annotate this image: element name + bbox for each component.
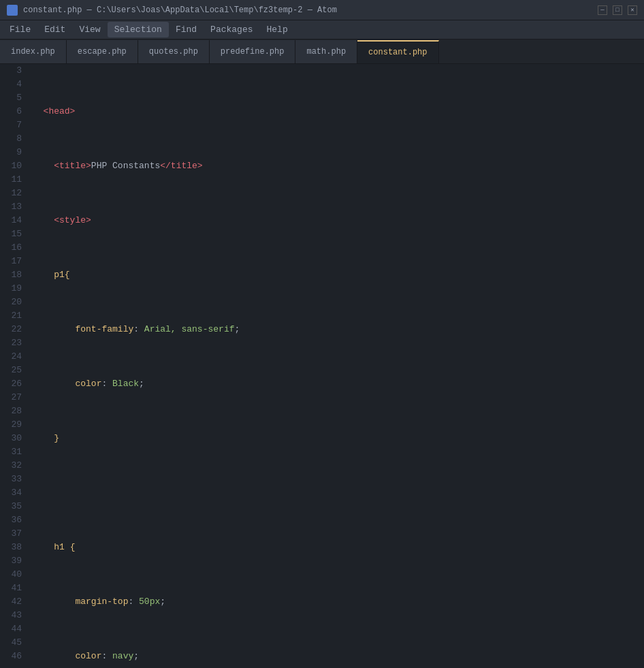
code-line-7: font-family: Arial, sans-serif; (33, 323, 644, 336)
ln-43: 43 (0, 609, 22, 622)
ln-3: 3 (0, 64, 22, 78)
ln-33: 33 (0, 473, 22, 486)
ln-5: 5 (0, 91, 22, 105)
ln-7: 7 (0, 118, 22, 132)
ln-11: 11 (0, 173, 22, 187)
ln-31: 31 (0, 445, 22, 459)
window-title: constant.php — C:\Users\Joas\AppData\Loc… (23, 5, 337, 15)
code-line-11: h1 { (33, 541, 644, 554)
ln-19: 19 (0, 282, 22, 296)
code-line-3: <head> (33, 105, 644, 118)
code-line-12: margin-top: 50px; (33, 595, 644, 609)
ln-30: 30 (0, 432, 22, 445)
ln-34: 34 (0, 486, 22, 500)
menu-packages[interactable]: Packages (204, 22, 259, 37)
maximize-button[interactable]: □ (613, 5, 622, 15)
ln-29: 29 (0, 418, 22, 432)
code-line-8: color: Black; (33, 377, 644, 391)
ln-35: 35 (0, 500, 22, 513)
ln-15: 15 (0, 227, 22, 241)
minimize-button[interactable]: — (598, 5, 607, 15)
code-line-13: color: navy; (33, 650, 644, 663)
ln-41: 41 (0, 582, 22, 595)
ln-23: 23 (0, 336, 22, 350)
menu-edit[interactable]: Edit (37, 22, 72, 37)
titlebar: constant.php — C:\Users\Joas\AppData\Loc… (0, 0, 644, 20)
app-icon (7, 5, 18, 16)
tab-quotes-php[interactable]: quotes.php (138, 40, 210, 63)
ln-21: 21 (0, 309, 22, 323)
tab-bar: index.php escape.php quotes.php predefin… (0, 39, 644, 64)
menu-find[interactable]: Find (169, 22, 204, 37)
ln-28: 28 (0, 404, 22, 418)
ln-10: 10 (0, 159, 22, 173)
line-numbers: 3 4 5 6 7 8 9 10 11 12 13 14 15 16 17 18… (0, 64, 27, 668)
ln-17: 17 (0, 255, 22, 268)
ln-36: 36 (0, 513, 22, 527)
menubar: File Edit View Selection Find Packages H… (0, 20, 644, 39)
ln-13: 13 (0, 200, 22, 214)
tab-constant-php[interactable]: constant.php (357, 40, 438, 63)
window-controls: — □ ✕ (598, 5, 637, 15)
menu-view[interactable]: View (72, 22, 107, 37)
close-button[interactable]: ✕ (628, 5, 637, 15)
tab-math-php[interactable]: math.php (295, 40, 357, 63)
ln-26: 26 (0, 377, 22, 391)
ln-37: 37 (0, 527, 22, 541)
tab-escape-php[interactable]: escape.php (67, 40, 138, 63)
ln-16: 16 (0, 241, 22, 255)
code-line-4: <title>PHP Constants</title> (33, 159, 644, 173)
tab-predefine-php[interactable]: predefine.php (210, 40, 296, 63)
code-line-10 (33, 486, 644, 500)
code-area[interactable]: <head> <title>PHP Constants</title> <sty… (27, 64, 644, 668)
menu-selection[interactable]: Selection (108, 22, 169, 37)
ln-8: 8 (0, 132, 22, 146)
ln-22: 22 (0, 323, 22, 336)
menu-help[interactable]: Help (260, 22, 295, 37)
ln-40: 40 (0, 568, 22, 582)
code-line-6: p1{ (33, 268, 644, 282)
ln-14: 14 (0, 214, 22, 227)
ln-24: 24 (0, 350, 22, 364)
ln-44: 44 (0, 622, 22, 636)
ln-27: 27 (0, 391, 22, 404)
menu-file[interactable]: File (3, 22, 37, 37)
ln-39: 39 (0, 554, 22, 568)
ln-4: 4 (0, 78, 22, 91)
ln-20: 20 (0, 296, 22, 309)
ln-18: 18 (0, 268, 22, 282)
ln-6: 6 (0, 105, 22, 118)
editor: 3 4 5 6 7 8 9 10 11 12 13 14 15 16 17 18… (0, 64, 644, 668)
ln-9: 9 (0, 146, 22, 159)
ln-45: 45 (0, 636, 22, 650)
tab-index-php[interactable]: index.php (0, 40, 67, 63)
ln-25: 25 (0, 364, 22, 377)
ln-46: 46 (0, 650, 22, 663)
ln-38: 38 (0, 541, 22, 554)
code-line-9: } (33, 432, 644, 445)
ln-12: 12 (0, 187, 22, 200)
ln-42: 42 (0, 595, 22, 609)
code-line-5: <style> (33, 214, 644, 227)
ln-32: 32 (0, 459, 22, 473)
